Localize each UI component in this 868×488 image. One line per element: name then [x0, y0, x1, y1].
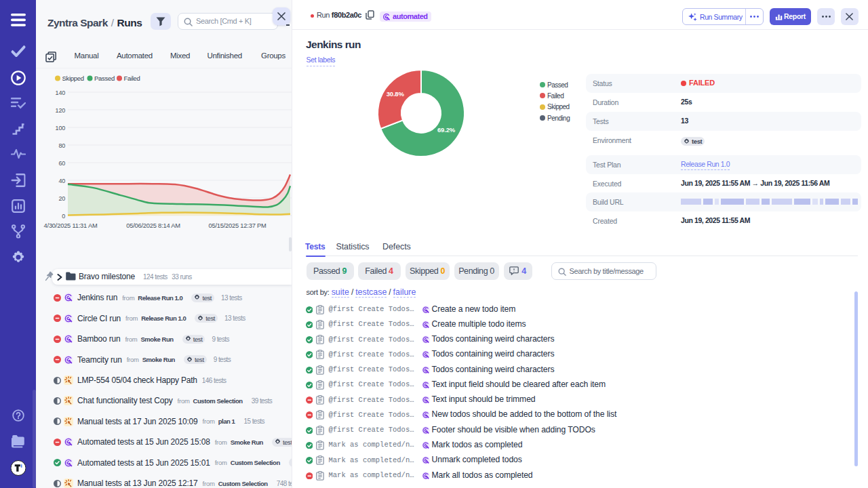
- svg-text:60: 60: [58, 160, 65, 167]
- svg-text:30.8%: 30.8%: [387, 90, 405, 98]
- svg-text:0: 0: [62, 213, 65, 220]
- svg-text:Skipped: Skipped: [62, 75, 84, 82]
- svg-text:05/15/2025 12:37 PM: 05/15/2025 12:37 PM: [208, 222, 266, 229]
- svg-text:40: 40: [58, 178, 65, 184]
- svg-text:Failed: Failed: [124, 75, 140, 82]
- svg-text:4/30/2025 11:31 AM: 4/30/2025 11:31 AM: [44, 222, 98, 229]
- svg-text:140: 140: [56, 89, 66, 96]
- svg-text:20: 20: [58, 195, 65, 202]
- svg-text:80: 80: [58, 142, 65, 149]
- svg-text:05/06/2025 8:14 AM: 05/06/2025 8:14 AM: [126, 222, 180, 229]
- svg-text:100: 100: [56, 125, 66, 131]
- svg-text:69.2%: 69.2%: [437, 126, 456, 134]
- svg-text:120: 120: [56, 107, 66, 114]
- svg-text:Passed: Passed: [94, 75, 115, 82]
